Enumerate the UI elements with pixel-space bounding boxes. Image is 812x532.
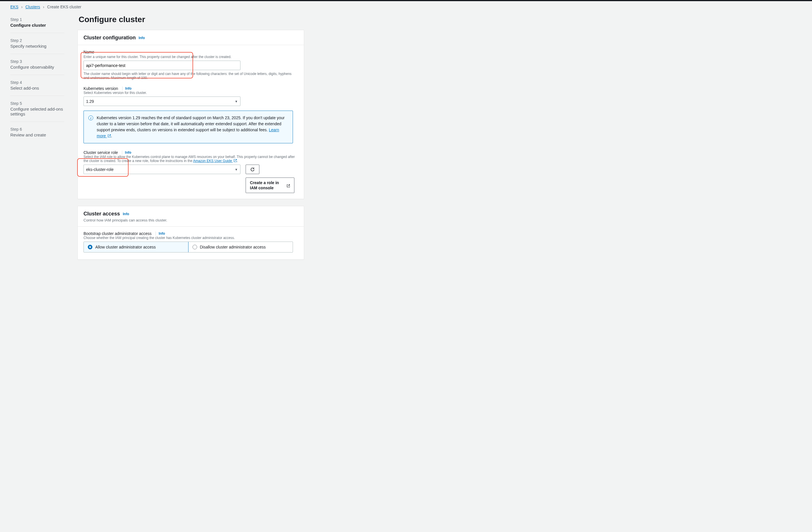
- panel-header: Cluster access Info Control how IAM prin…: [78, 206, 304, 227]
- panel-heading: Cluster configuration: [84, 35, 136, 41]
- k8s-version-field: Kubernetes version Info Select Kubernete…: [84, 86, 298, 106]
- step-title: Select add-ons: [10, 86, 64, 90]
- external-link-icon: [234, 159, 237, 162]
- cluster-configuration-panel: Cluster configuration Info Name Enter a …: [77, 30, 304, 199]
- radio-icon: [88, 245, 92, 249]
- panel-subtext: Control how IAM principals can access th…: [84, 218, 298, 222]
- step-5[interactable]: Step 5 Configure selected add-ons settin…: [10, 96, 64, 122]
- chevron-down-icon: ▼: [235, 168, 238, 171]
- info-link[interactable]: Info: [125, 151, 131, 155]
- step-label: Step 3: [10, 59, 64, 64]
- info-icon: i: [88, 115, 93, 120]
- name-field: Name Enter a unique name for this cluste…: [84, 50, 298, 80]
- select-value: eks-cluster-role: [86, 167, 114, 172]
- divider: [122, 86, 122, 90]
- step-label: Step 4: [10, 80, 64, 85]
- step-title: Configure observability: [10, 65, 64, 70]
- k8s-version-notice: i Kubernetes version 1.29 reaches the en…: [84, 111, 293, 143]
- step-label: Step 6: [10, 127, 64, 131]
- field-help: Enter a unique name for this cluster. Th…: [84, 55, 298, 59]
- step-title: Review and create: [10, 132, 64, 137]
- divider: [156, 232, 156, 236]
- breadcrumb-eks[interactable]: EKS: [10, 4, 18, 9]
- step-title: Configure cluster: [10, 23, 64, 28]
- step-4[interactable]: Step 4 Select add-ons: [10, 75, 64, 96]
- eks-user-guide-link[interactable]: Amazon EKS User Guide: [193, 159, 237, 163]
- disallow-admin-radio[interactable]: Disallow cluster administrator access: [188, 242, 293, 252]
- radio-icon: [192, 245, 197, 249]
- field-constraint: The cluster name should begin with lette…: [84, 72, 298, 80]
- breadcrumb-current: Create EKS cluster: [47, 4, 81, 9]
- create-role-button[interactable]: Create a role in IAM console: [246, 178, 294, 193]
- cluster-access-panel: Cluster access Info Control how IAM prin…: [77, 206, 304, 260]
- radio-label: Disallow cluster administrator access: [200, 245, 266, 249]
- wizard-steps: Step 1 Configure cluster Step 2 Specify …: [0, 11, 75, 272]
- step-label: Step 5: [10, 101, 64, 106]
- main-content: Configure cluster Cluster configuration …: [75, 11, 310, 272]
- select-value: 1.29: [86, 99, 94, 104]
- panel-header: Cluster configuration Info: [78, 30, 304, 45]
- cluster-name-input[interactable]: [84, 61, 241, 70]
- step-3[interactable]: Step 3 Configure observability: [10, 54, 64, 75]
- refresh-roles-button[interactable]: [246, 165, 259, 174]
- step-1[interactable]: Step 1 Configure cluster: [10, 12, 64, 33]
- bootstrap-admin-field: Bootstrap cluster administrator access I…: [84, 231, 298, 252]
- field-help: Select the IAM role to allow the Kuberne…: [84, 155, 298, 163]
- page-title: Configure cluster: [78, 15, 304, 24]
- info-link[interactable]: Info: [159, 232, 165, 236]
- external-link-icon: [107, 133, 111, 137]
- service-role-select[interactable]: eks-cluster-role ▼: [84, 165, 241, 174]
- field-label: Bootstrap cluster administrator access: [84, 231, 151, 236]
- divider: [122, 151, 122, 155]
- field-help: Choose whether the IAM principal creatin…: [84, 236, 298, 240]
- step-2[interactable]: Step 2 Specify networking: [10, 33, 64, 54]
- step-title: Specify networking: [10, 44, 64, 48]
- allow-admin-radio[interactable]: Allow cluster administrator access: [84, 241, 189, 252]
- refresh-icon: [250, 167, 255, 172]
- field-label: Name: [84, 50, 298, 54]
- bootstrap-radio-group: Allow cluster administrator access Disal…: [84, 241, 293, 252]
- chevron-right-icon: ›: [21, 4, 23, 9]
- step-label: Step 2: [10, 38, 64, 43]
- chevron-right-icon: ›: [43, 4, 44, 9]
- field-label: Cluster service role: [84, 150, 118, 155]
- panel-heading: Cluster access: [84, 211, 120, 216]
- info-link[interactable]: Info: [139, 36, 145, 40]
- field-help: Select Kubernetes version for this clust…: [84, 91, 298, 95]
- notice-text: Kubernetes version 1.29 reaches the end …: [97, 115, 285, 132]
- chevron-down-icon: ▼: [235, 100, 238, 103]
- info-link[interactable]: Info: [125, 86, 131, 90]
- info-link[interactable]: Info: [123, 212, 129, 216]
- breadcrumb: EKS › Clusters › Create EKS cluster: [0, 1, 812, 11]
- step-label: Step 1: [10, 17, 64, 22]
- breadcrumb-clusters[interactable]: Clusters: [25, 4, 40, 9]
- step-6[interactable]: Step 6 Review and create: [10, 122, 64, 142]
- step-title: Configure selected add-ons settings: [10, 107, 64, 116]
- k8s-version-select[interactable]: 1.29 ▼: [84, 97, 241, 106]
- external-link-icon: [287, 184, 290, 187]
- field-label: Kubernetes version: [84, 86, 118, 91]
- radio-label: Allow cluster administrator access: [95, 245, 156, 249]
- service-role-field: Cluster service role Info Select the IAM…: [84, 150, 298, 193]
